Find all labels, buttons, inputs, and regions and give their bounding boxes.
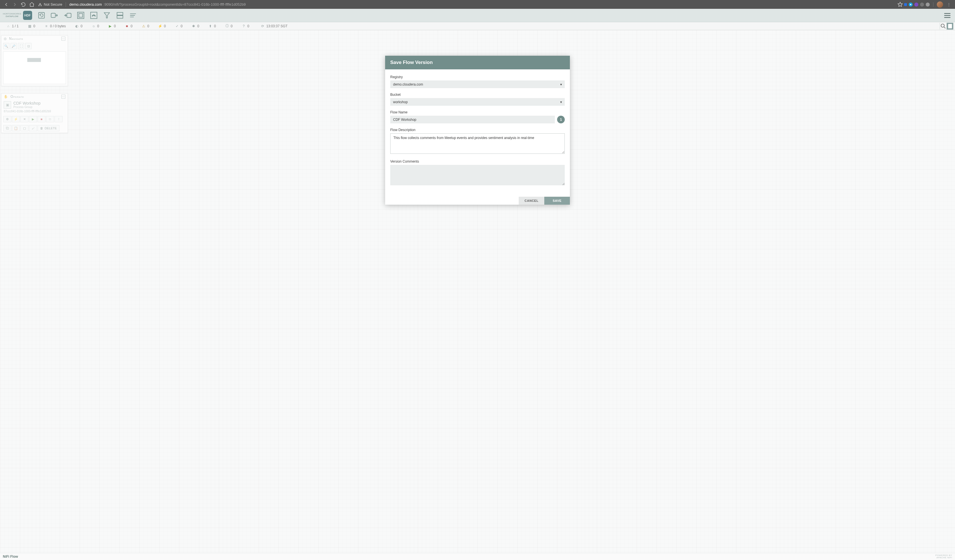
stopped-count: 0 (130, 24, 133, 28)
extension-icon[interactable] (920, 3, 924, 6)
not-secure-label: Not Secure (44, 2, 62, 6)
transmitting-icon: ◐ (75, 24, 79, 28)
bucket-select[interactable]: workshop ▾ (390, 98, 565, 106)
flow-name-input[interactable] (390, 116, 555, 124)
svg-rect-7 (117, 16, 123, 18)
threads-icon: ▦ (28, 24, 31, 28)
running-count: 0 (114, 24, 116, 28)
chevron-down-icon: ▾ (560, 83, 562, 86)
extension-icon[interactable] (904, 3, 907, 6)
modal-overlay: Save Flow Version Registry demo.cloudera… (0, 30, 955, 553)
nav-home-icon[interactable] (29, 2, 35, 8)
output-port-tool-icon[interactable] (63, 11, 72, 20)
invalid-count: 0 (147, 24, 149, 28)
template-tool-icon[interactable] (116, 11, 124, 20)
browser-menu-icon[interactable]: ⋮ (946, 2, 952, 8)
nav-forward-icon[interactable] (12, 2, 17, 8)
up-to-date-count: 0 (181, 24, 183, 28)
funnel-tool-icon[interactable] (103, 11, 111, 20)
save-button[interactable]: SAVE (544, 197, 570, 205)
locally-modified-count: 0 (197, 24, 199, 28)
extension-icon[interactable] (909, 3, 913, 6)
stale-count: 0 (214, 24, 216, 28)
nifi-toolbar: HORTONWORKS DATAFLOW HDF (0, 9, 955, 22)
not-transmitting-count: 0 (97, 24, 99, 28)
unknown-count: 0 (247, 24, 249, 28)
address-bar[interactable]: Not Secure demo.cloudera.com:9090/nifi/?… (36, 2, 896, 7)
locally-modified-icon: ✱ (192, 24, 196, 28)
powered-by: POWERED BY APACHE NIFI (935, 554, 952, 559)
up-to-date-icon: ✓ (175, 24, 179, 28)
star-icon[interactable] (897, 2, 903, 8)
stale-icon: ⬆ (208, 24, 212, 28)
refresh-time: 13:03:37 SGT (266, 24, 288, 28)
sync-failure-count: 0 (231, 24, 233, 28)
dialog-title: Save Flow Version (385, 56, 570, 69)
svg-point-8 (941, 24, 944, 27)
svg-rect-6 (117, 13, 123, 15)
queued-icon: ≡ (44, 24, 49, 28)
processor-tool-icon[interactable] (37, 11, 46, 20)
svg-rect-1 (51, 13, 55, 18)
flow-description-input[interactable] (390, 133, 565, 154)
disabled-count: 0 (164, 24, 166, 28)
invalid-icon: ⚠ (142, 24, 146, 28)
status-bar: ⛬1 / 1 ▦0 ≡0 / 0 bytes ◐0 ⍉0 ▶0 ■0 ⚠0 ⚡0… (0, 22, 955, 30)
remote-group-tool-icon[interactable] (89, 11, 98, 20)
breadcrumb-root[interactable]: NiFi Flow (3, 555, 18, 558)
chevron-down-icon: ▾ (560, 100, 562, 104)
sync-failure-icon: ⓘ (225, 24, 229, 28)
disabled-icon: ⚡ (158, 24, 162, 28)
registry-label: Registry (390, 75, 565, 79)
svg-rect-2 (67, 13, 71, 18)
url-host: demo.cloudera.com (69, 2, 102, 6)
logo: HORTONWORKS DATAFLOW HDF (3, 11, 35, 20)
flow-canvas[interactable]: ◎ Navigate — 🔍 🔎 ⛶ ⊡ ✋ Operate — ▣ CDF W… (0, 30, 955, 553)
logo-badge: HDF (23, 11, 32, 20)
version-comments-label: Version Comments (390, 160, 565, 163)
transmitting-count: 0 (80, 24, 83, 28)
svg-rect-9 (948, 24, 952, 28)
extension-icon[interactable] (914, 3, 918, 6)
url-path: :9090/nifi/?processGroupId=root&componen… (103, 2, 246, 6)
bucket-label: Bucket (390, 93, 565, 97)
warning-icon (38, 3, 42, 6)
version-comments-input[interactable] (390, 165, 565, 185)
running-icon: ▶ (108, 24, 112, 28)
refresh-icon[interactable]: ⟳ (261, 24, 265, 28)
label-tool-icon[interactable] (129, 11, 137, 20)
cluster-nodes: 1 / 1 (12, 24, 19, 28)
cluster-icon: ⛬ (6, 24, 10, 28)
flow-description-label: Flow Description (390, 128, 565, 132)
logo-product: DATAFLOW (3, 16, 21, 18)
nav-reload-icon[interactable] (20, 2, 26, 8)
extension-icon[interactable] (926, 3, 930, 6)
flow-name-label: Flow Name (390, 110, 565, 114)
version-badge: 1 (557, 116, 565, 124)
unknown-icon: ? (242, 24, 246, 28)
global-menu-icon[interactable] (942, 13, 952, 18)
cancel-button[interactable]: CANCEL (519, 197, 544, 205)
svg-rect-3 (77, 12, 84, 19)
not-transmitting-icon: ⍉ (92, 24, 96, 28)
nav-back-icon[interactable] (3, 2, 9, 8)
svg-rect-0 (38, 13, 44, 19)
stopped-icon: ■ (125, 24, 129, 28)
registry-select[interactable]: demo.cloudera.com ▾ (390, 80, 565, 88)
registry-value: demo.cloudera.com (393, 83, 423, 86)
profile-avatar[interactable] (937, 2, 943, 8)
breadcrumb-bar: NiFi Flow POWERED BY APACHE NIFI (0, 553, 955, 560)
bucket-value: workshop (393, 100, 408, 104)
threads-count: 0 (33, 24, 35, 28)
save-flow-version-dialog: Save Flow Version Registry demo.cloudera… (385, 56, 570, 205)
search-icon[interactable] (940, 23, 947, 30)
svg-rect-4 (79, 13, 83, 17)
browser-toolbar: Not Secure demo.cloudera.com:9090/nifi/?… (0, 0, 955, 9)
queued-count: 0 / 0 bytes (50, 24, 66, 28)
process-group-tool-icon[interactable] (77, 11, 85, 20)
input-port-tool-icon[interactable] (50, 11, 59, 20)
bulletin-icon[interactable] (947, 23, 953, 30)
